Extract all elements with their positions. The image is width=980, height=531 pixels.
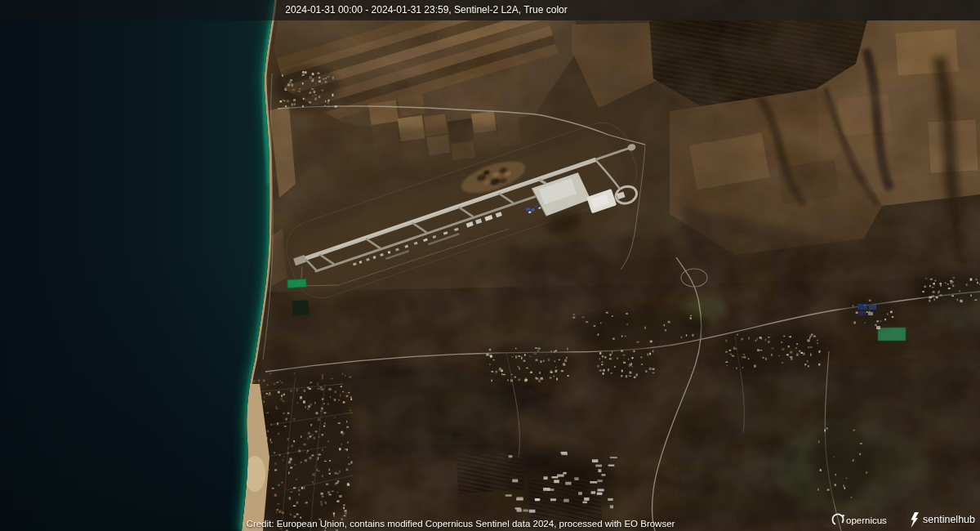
sentinelhub-logo-text: sentinelhub <box>923 514 975 525</box>
timestamp-bar: 2024-01-31 00:00 - 2024-01-31 23:59, Sen… <box>0 0 980 20</box>
sentinelhub-bolt-icon <box>909 512 920 528</box>
eo-browser-viewport: 2024-01-31 00:00 - 2024-01-31 23:59, Sen… <box>0 0 980 531</box>
copernicus-c-icon <box>831 512 845 527</box>
vignette <box>0 0 980 531</box>
credit-label: Credit: European Union, contains modifie… <box>247 519 675 529</box>
timestamp-label: 2024-01-31 00:00 - 2024-01-31 23:59, Sen… <box>285 0 568 20</box>
copernicus-logo-text: opernicus <box>846 515 887 525</box>
map-canvas[interactable] <box>0 0 980 531</box>
copernicus-logo: opernicus <box>831 511 901 528</box>
attribution-logos: opernicus sentinelhub <box>831 511 975 528</box>
sentinelhub-logo: sentinelhub <box>909 512 975 528</box>
